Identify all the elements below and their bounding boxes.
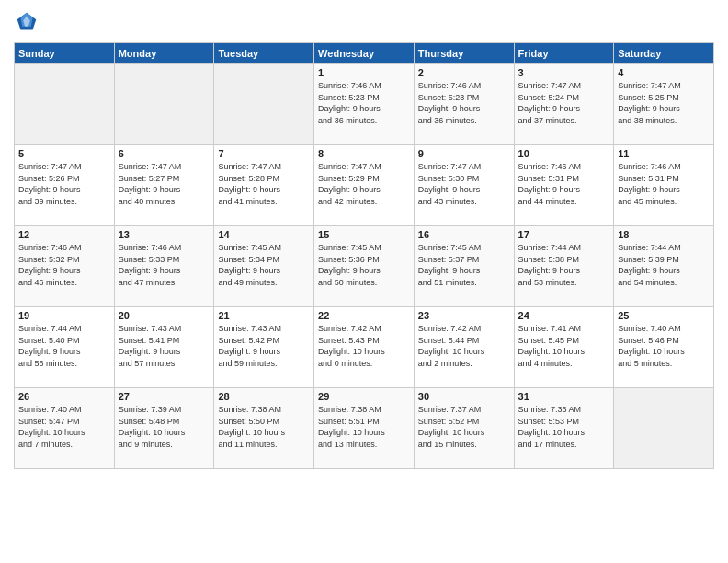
calendar-week-row: 5Sunrise: 7:47 AM Sunset: 5:26 PM Daylig… — [15, 145, 714, 226]
day-number: 11 — [618, 148, 710, 159]
calendar-cell: 22Sunrise: 7:42 AM Sunset: 5:43 PM Dayli… — [314, 307, 415, 388]
calendar-cell: 15Sunrise: 7:45 AM Sunset: 5:36 PM Dayli… — [314, 226, 415, 307]
day-number: 4 — [618, 67, 710, 78]
calendar-cell: 29Sunrise: 7:38 AM Sunset: 5:51 PM Dayli… — [314, 388, 415, 469]
calendar-cell: 5Sunrise: 7:47 AM Sunset: 5:26 PM Daylig… — [15, 145, 115, 226]
calendar-cell: 18Sunrise: 7:44 AM Sunset: 5:39 PM Dayli… — [614, 226, 714, 307]
day-info: Sunrise: 7:38 AM Sunset: 5:51 PM Dayligh… — [318, 404, 410, 450]
day-info: Sunrise: 7:46 AM Sunset: 5:23 PM Dayligh… — [418, 80, 510, 126]
day-info: Sunrise: 7:39 AM Sunset: 5:48 PM Dayligh… — [119, 404, 210, 450]
calendar-cell: 21Sunrise: 7:43 AM Sunset: 5:42 PM Dayli… — [214, 307, 314, 388]
day-number: 27 — [119, 391, 210, 402]
day-info: Sunrise: 7:36 AM Sunset: 5:53 PM Dayligh… — [518, 404, 610, 450]
day-number: 22 — [318, 310, 410, 321]
calendar-cell: 2Sunrise: 7:46 AM Sunset: 5:23 PM Daylig… — [414, 64, 514, 145]
day-info: Sunrise: 7:45 AM Sunset: 5:36 PM Dayligh… — [318, 242, 410, 288]
calendar-cell: 27Sunrise: 7:39 AM Sunset: 5:48 PM Dayli… — [114, 388, 214, 469]
day-number: 23 — [418, 310, 510, 321]
day-info: Sunrise: 7:47 AM Sunset: 5:24 PM Dayligh… — [518, 80, 610, 126]
day-number: 9 — [418, 148, 510, 159]
calendar-cell — [614, 388, 714, 469]
day-number: 7 — [218, 148, 310, 159]
weekday-header: Sunday — [15, 43, 115, 64]
day-number: 25 — [618, 310, 710, 321]
calendar-cell: 10Sunrise: 7:46 AM Sunset: 5:31 PM Dayli… — [514, 145, 614, 226]
calendar-cell: 28Sunrise: 7:38 AM Sunset: 5:50 PM Dayli… — [214, 388, 314, 469]
day-number: 24 — [518, 310, 610, 321]
day-info: Sunrise: 7:38 AM Sunset: 5:50 PM Dayligh… — [218, 404, 310, 450]
day-info: Sunrise: 7:46 AM Sunset: 5:31 PM Dayligh… — [618, 161, 710, 207]
day-number: 20 — [119, 310, 210, 321]
calendar-cell: 12Sunrise: 7:46 AM Sunset: 5:32 PM Dayli… — [15, 226, 115, 307]
weekday-header: Wednesday — [314, 43, 415, 64]
calendar-cell — [214, 64, 314, 145]
calendar-week-row: 1Sunrise: 7:46 AM Sunset: 5:23 PM Daylig… — [15, 64, 714, 145]
calendar-cell: 1Sunrise: 7:46 AM Sunset: 5:23 PM Daylig… — [314, 64, 415, 145]
day-info: Sunrise: 7:44 AM Sunset: 5:38 PM Dayligh… — [518, 242, 610, 288]
day-info: Sunrise: 7:45 AM Sunset: 5:37 PM Dayligh… — [418, 242, 510, 288]
day-number: 15 — [318, 229, 410, 240]
calendar-table: SundayMondayTuesdayWednesdayThursdayFrid… — [14, 42, 714, 469]
calendar-week-row: 12Sunrise: 7:46 AM Sunset: 5:32 PM Dayli… — [15, 226, 714, 307]
day-info: Sunrise: 7:47 AM Sunset: 5:28 PM Dayligh… — [218, 161, 310, 207]
weekday-header: Thursday — [414, 43, 514, 64]
page: SundayMondayTuesdayWednesdayThursdayFrid… — [0, 0, 728, 563]
calendar-cell — [15, 64, 115, 145]
day-number: 29 — [318, 391, 410, 402]
calendar-cell: 26Sunrise: 7:40 AM Sunset: 5:47 PM Dayli… — [15, 388, 115, 469]
day-info: Sunrise: 7:40 AM Sunset: 5:47 PM Dayligh… — [18, 404, 110, 450]
day-info: Sunrise: 7:47 AM Sunset: 5:27 PM Dayligh… — [119, 161, 210, 207]
day-info: Sunrise: 7:43 AM Sunset: 5:41 PM Dayligh… — [119, 323, 210, 369]
calendar-cell: 11Sunrise: 7:46 AM Sunset: 5:31 PM Dayli… — [614, 145, 714, 226]
calendar-cell: 13Sunrise: 7:46 AM Sunset: 5:33 PM Dayli… — [114, 226, 214, 307]
calendar-cell: 4Sunrise: 7:47 AM Sunset: 5:25 PM Daylig… — [614, 64, 714, 145]
day-number: 26 — [18, 391, 110, 402]
day-number: 18 — [618, 229, 710, 240]
day-info: Sunrise: 7:44 AM Sunset: 5:40 PM Dayligh… — [18, 323, 110, 369]
day-number: 1 — [318, 67, 410, 78]
calendar-cell: 8Sunrise: 7:47 AM Sunset: 5:29 PM Daylig… — [314, 145, 415, 226]
day-info: Sunrise: 7:46 AM Sunset: 5:32 PM Dayligh… — [18, 242, 110, 288]
day-info: Sunrise: 7:42 AM Sunset: 5:44 PM Dayligh… — [418, 323, 510, 369]
calendar-cell: 31Sunrise: 7:36 AM Sunset: 5:53 PM Dayli… — [514, 388, 614, 469]
day-number: 16 — [418, 229, 510, 240]
calendar-cell: 3Sunrise: 7:47 AM Sunset: 5:24 PM Daylig… — [514, 64, 614, 145]
calendar-cell — [114, 64, 214, 145]
calendar-cell: 24Sunrise: 7:41 AM Sunset: 5:45 PM Dayli… — [514, 307, 614, 388]
day-info: Sunrise: 7:42 AM Sunset: 5:43 PM Dayligh… — [318, 323, 410, 369]
day-number: 2 — [418, 67, 510, 78]
weekday-header: Friday — [514, 43, 614, 64]
calendar-cell: 6Sunrise: 7:47 AM Sunset: 5:27 PM Daylig… — [114, 145, 214, 226]
day-number: 6 — [119, 148, 210, 159]
calendar-cell: 17Sunrise: 7:44 AM Sunset: 5:38 PM Dayli… — [514, 226, 614, 307]
day-number: 12 — [18, 229, 110, 240]
day-number: 14 — [218, 229, 310, 240]
calendar-week-row: 19Sunrise: 7:44 AM Sunset: 5:40 PM Dayli… — [15, 307, 714, 388]
day-info: Sunrise: 7:45 AM Sunset: 5:34 PM Dayligh… — [218, 242, 310, 288]
day-number: 31 — [518, 391, 610, 402]
header — [14, 9, 714, 35]
day-number: 5 — [18, 148, 110, 159]
day-info: Sunrise: 7:47 AM Sunset: 5:25 PM Dayligh… — [618, 80, 710, 126]
calendar-cell: 14Sunrise: 7:45 AM Sunset: 5:34 PM Dayli… — [214, 226, 314, 307]
day-info: Sunrise: 7:43 AM Sunset: 5:42 PM Dayligh… — [218, 323, 310, 369]
day-number: 3 — [518, 67, 610, 78]
day-info: Sunrise: 7:46 AM Sunset: 5:23 PM Dayligh… — [318, 80, 410, 126]
calendar-cell: 23Sunrise: 7:42 AM Sunset: 5:44 PM Dayli… — [414, 307, 514, 388]
day-info: Sunrise: 7:41 AM Sunset: 5:45 PM Dayligh… — [518, 323, 610, 369]
day-number: 17 — [518, 229, 610, 240]
day-info: Sunrise: 7:44 AM Sunset: 5:39 PM Dayligh… — [618, 242, 710, 288]
weekday-header: Monday — [114, 43, 214, 64]
day-number: 8 — [318, 148, 410, 159]
day-number: 21 — [218, 310, 310, 321]
logo-icon — [14, 9, 40, 35]
day-info: Sunrise: 7:40 AM Sunset: 5:46 PM Dayligh… — [618, 323, 710, 369]
calendar-cell: 9Sunrise: 7:47 AM Sunset: 5:30 PM Daylig… — [414, 145, 514, 226]
logo — [14, 9, 43, 35]
day-info: Sunrise: 7:46 AM Sunset: 5:33 PM Dayligh… — [119, 242, 210, 288]
calendar-cell: 7Sunrise: 7:47 AM Sunset: 5:28 PM Daylig… — [214, 145, 314, 226]
day-info: Sunrise: 7:46 AM Sunset: 5:31 PM Dayligh… — [518, 161, 610, 207]
day-info: Sunrise: 7:37 AM Sunset: 5:52 PM Dayligh… — [418, 404, 510, 450]
day-info: Sunrise: 7:47 AM Sunset: 5:29 PM Dayligh… — [318, 161, 410, 207]
day-number: 13 — [119, 229, 210, 240]
